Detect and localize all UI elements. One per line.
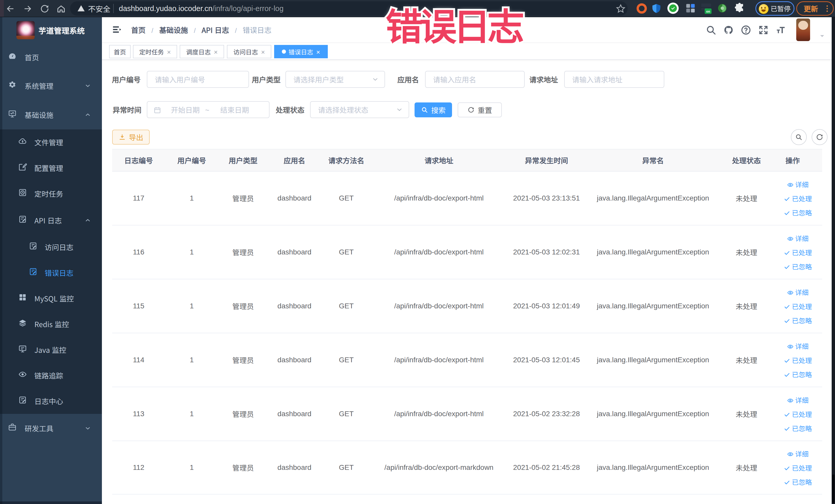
svg-text:on: on (706, 10, 710, 13)
